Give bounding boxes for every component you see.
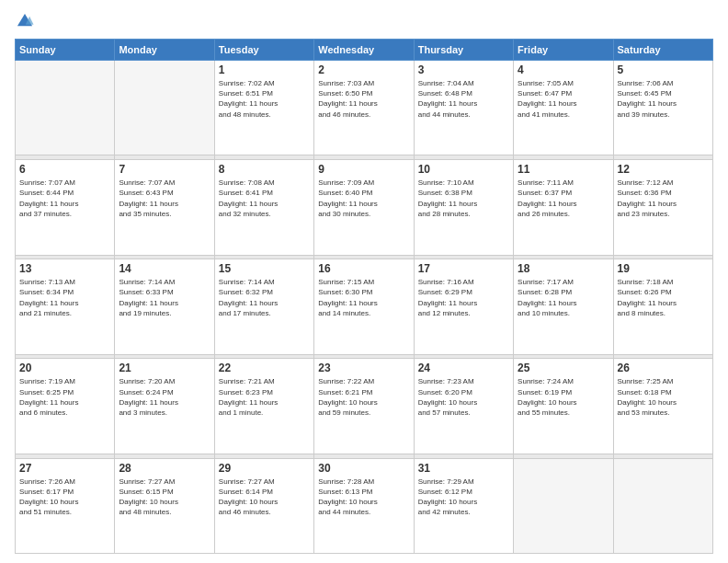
cell-info: Sunrise: 7:13 AMSunset: 6:34 PMDaylight:… xyxy=(19,277,110,318)
cell-info: Sunrise: 7:19 AMSunset: 6:25 PMDaylight:… xyxy=(19,376,110,418)
day-number: 7 xyxy=(119,163,210,176)
day-number: 11 xyxy=(518,163,609,176)
cell-info: Sunrise: 7:28 AMSunset: 6:13 PMDaylight:… xyxy=(318,477,409,518)
day-number: 25 xyxy=(518,362,609,374)
weekday-header-wednesday: Wednesday xyxy=(314,40,414,61)
week-row-2: 13Sunrise: 7:13 AMSunset: 6:34 PMDayligh… xyxy=(16,259,713,354)
cell-info: Sunrise: 7:04 AMSunset: 6:48 PMDaylight:… xyxy=(418,78,509,120)
calendar-cell xyxy=(115,61,214,155)
logo-icon xyxy=(15,11,35,31)
calendar-cell: 16Sunrise: 7:15 AMSunset: 6:30 PMDayligh… xyxy=(314,259,414,354)
cell-info: Sunrise: 7:14 AMSunset: 6:32 PMDaylight:… xyxy=(219,277,310,318)
calendar-cell: 5Sunrise: 7:06 AMSunset: 6:45 PMDaylight… xyxy=(613,61,712,155)
day-number: 19 xyxy=(618,262,709,275)
calendar-cell: 10Sunrise: 7:10 AMSunset: 6:38 PMDayligh… xyxy=(414,160,513,255)
week-row-0: 1Sunrise: 7:02 AMSunset: 6:51 PMDaylight… xyxy=(16,61,713,155)
week-row-1: 6Sunrise: 7:07 AMSunset: 6:44 PMDaylight… xyxy=(16,160,713,255)
week-row-3: 20Sunrise: 7:19 AMSunset: 6:25 PMDayligh… xyxy=(16,359,713,454)
day-number: 26 xyxy=(618,362,709,374)
cell-info: Sunrise: 7:27 AMSunset: 6:15 PMDaylight:… xyxy=(119,477,210,518)
calendar-cell: 30Sunrise: 7:28 AMSunset: 6:13 PMDayligh… xyxy=(314,458,414,554)
day-number: 3 xyxy=(418,63,509,76)
calendar-cell: 27Sunrise: 7:26 AMSunset: 6:17 PMDayligh… xyxy=(16,458,115,554)
calendar-cell: 13Sunrise: 7:13 AMSunset: 6:34 PMDayligh… xyxy=(16,259,115,354)
day-number: 1 xyxy=(219,63,310,76)
day-number: 5 xyxy=(618,63,709,76)
cell-info: Sunrise: 7:12 AMSunset: 6:36 PMDaylight:… xyxy=(618,178,709,219)
calendar-cell: 19Sunrise: 7:18 AMSunset: 6:26 PMDayligh… xyxy=(613,259,712,354)
day-number: 21 xyxy=(119,362,210,374)
weekday-header-row: SundayMondayTuesdayWednesdayThursdayFrid… xyxy=(16,40,713,61)
calendar-cell xyxy=(514,458,613,554)
cell-info: Sunrise: 7:06 AMSunset: 6:45 PMDaylight:… xyxy=(618,78,709,120)
weekday-header-saturday: Saturday xyxy=(613,40,712,61)
calendar-cell: 12Sunrise: 7:12 AMSunset: 6:36 PMDayligh… xyxy=(613,160,712,255)
day-number: 27 xyxy=(19,462,110,475)
cell-info: Sunrise: 7:16 AMSunset: 6:29 PMDaylight:… xyxy=(418,277,509,318)
calendar-cell: 24Sunrise: 7:23 AMSunset: 6:20 PMDayligh… xyxy=(414,359,513,454)
cell-info: Sunrise: 7:15 AMSunset: 6:30 PMDaylight:… xyxy=(318,277,409,318)
day-number: 16 xyxy=(318,262,409,275)
day-number: 14 xyxy=(119,262,210,275)
calendar-cell: 20Sunrise: 7:19 AMSunset: 6:25 PMDayligh… xyxy=(16,359,115,454)
day-number: 28 xyxy=(119,462,210,475)
cell-info: Sunrise: 7:25 AMSunset: 6:18 PMDaylight:… xyxy=(618,376,709,418)
cell-info: Sunrise: 7:20 AMSunset: 6:24 PMDaylight:… xyxy=(119,376,210,418)
day-number: 8 xyxy=(219,163,310,176)
calendar-cell: 22Sunrise: 7:21 AMSunset: 6:23 PMDayligh… xyxy=(214,359,313,454)
day-number: 24 xyxy=(418,362,509,374)
calendar-cell: 1Sunrise: 7:02 AMSunset: 6:51 PMDaylight… xyxy=(214,61,313,155)
header xyxy=(15,11,713,31)
calendar-cell: 25Sunrise: 7:24 AMSunset: 6:19 PMDayligh… xyxy=(514,359,613,454)
weekday-header-friday: Friday xyxy=(514,40,613,61)
calendar-cell: 2Sunrise: 7:03 AMSunset: 6:50 PMDaylight… xyxy=(314,61,414,155)
day-number: 12 xyxy=(618,163,709,176)
calendar-cell: 15Sunrise: 7:14 AMSunset: 6:32 PMDayligh… xyxy=(214,259,313,354)
calendar-cell: 7Sunrise: 7:07 AMSunset: 6:43 PMDaylight… xyxy=(115,160,214,255)
cell-info: Sunrise: 7:08 AMSunset: 6:41 PMDaylight:… xyxy=(219,178,310,219)
cell-info: Sunrise: 7:27 AMSunset: 6:14 PMDaylight:… xyxy=(219,477,310,518)
calendar-cell: 4Sunrise: 7:05 AMSunset: 6:47 PMDaylight… xyxy=(514,61,613,155)
cell-info: Sunrise: 7:05 AMSunset: 6:47 PMDaylight:… xyxy=(518,78,609,120)
calendar-cell: 14Sunrise: 7:14 AMSunset: 6:33 PMDayligh… xyxy=(115,259,214,354)
calendar-cell xyxy=(16,61,115,155)
page: SundayMondayTuesdayWednesdayThursdayFrid… xyxy=(0,0,728,563)
day-number: 9 xyxy=(318,163,409,176)
cell-info: Sunrise: 7:26 AMSunset: 6:17 PMDaylight:… xyxy=(19,477,110,518)
day-number: 22 xyxy=(219,362,310,374)
day-number: 6 xyxy=(19,163,110,176)
cell-info: Sunrise: 7:24 AMSunset: 6:19 PMDaylight:… xyxy=(518,376,609,418)
day-number: 13 xyxy=(19,262,110,275)
calendar-cell xyxy=(613,458,712,554)
weekday-header-thursday: Thursday xyxy=(414,40,513,61)
calendar-cell: 28Sunrise: 7:27 AMSunset: 6:15 PMDayligh… xyxy=(115,458,214,554)
day-number: 23 xyxy=(318,362,409,374)
cell-info: Sunrise: 7:22 AMSunset: 6:21 PMDaylight:… xyxy=(318,376,409,418)
cell-info: Sunrise: 7:07 AMSunset: 6:44 PMDaylight:… xyxy=(19,178,110,219)
day-number: 29 xyxy=(219,462,310,475)
calendar-cell: 31Sunrise: 7:29 AMSunset: 6:12 PMDayligh… xyxy=(414,458,513,554)
calendar-cell: 26Sunrise: 7:25 AMSunset: 6:18 PMDayligh… xyxy=(613,359,712,454)
calendar-cell: 18Sunrise: 7:17 AMSunset: 6:28 PMDayligh… xyxy=(514,259,613,354)
cell-info: Sunrise: 7:29 AMSunset: 6:12 PMDaylight:… xyxy=(418,477,509,518)
cell-info: Sunrise: 7:07 AMSunset: 6:43 PMDaylight:… xyxy=(119,178,210,219)
cell-info: Sunrise: 7:21 AMSunset: 6:23 PMDaylight:… xyxy=(219,376,310,418)
day-number: 18 xyxy=(518,262,609,275)
day-number: 20 xyxy=(19,362,110,374)
day-number: 10 xyxy=(418,163,509,176)
calendar-cell: 17Sunrise: 7:16 AMSunset: 6:29 PMDayligh… xyxy=(414,259,513,354)
calendar-cell: 3Sunrise: 7:04 AMSunset: 6:48 PMDaylight… xyxy=(414,61,513,155)
week-row-4: 27Sunrise: 7:26 AMSunset: 6:17 PMDayligh… xyxy=(16,458,713,554)
calendar-cell: 11Sunrise: 7:11 AMSunset: 6:37 PMDayligh… xyxy=(514,160,613,255)
cell-info: Sunrise: 7:09 AMSunset: 6:40 PMDaylight:… xyxy=(318,178,409,219)
cell-info: Sunrise: 7:17 AMSunset: 6:28 PMDaylight:… xyxy=(518,277,609,318)
calendar-cell: 8Sunrise: 7:08 AMSunset: 6:41 PMDaylight… xyxy=(214,160,313,255)
cell-info: Sunrise: 7:10 AMSunset: 6:38 PMDaylight:… xyxy=(418,178,509,219)
day-number: 4 xyxy=(518,63,609,76)
day-number: 17 xyxy=(418,262,509,275)
weekday-header-monday: Monday xyxy=(115,40,214,61)
calendar: SundayMondayTuesdayWednesdayThursdayFrid… xyxy=(15,39,713,554)
cell-info: Sunrise: 7:11 AMSunset: 6:37 PMDaylight:… xyxy=(518,178,609,219)
weekday-header-tuesday: Tuesday xyxy=(214,40,313,61)
day-number: 30 xyxy=(318,462,409,475)
